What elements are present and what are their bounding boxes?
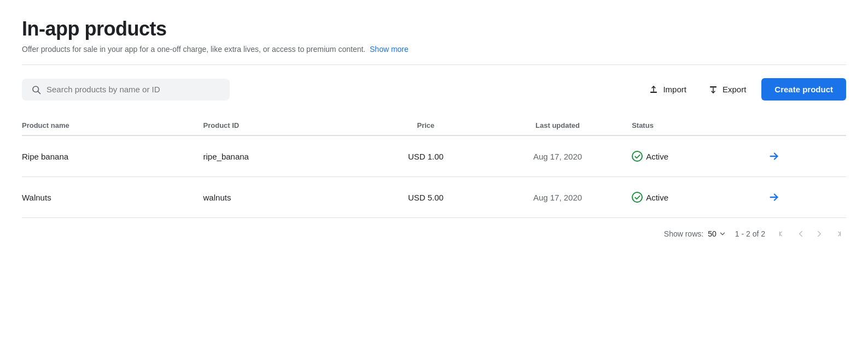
col-header-status: Status — [632, 116, 764, 135]
cell-product-id: walnuts — [203, 177, 368, 218]
show-rows-label: Show rows: — [664, 229, 703, 238]
status-badge: Active — [632, 192, 668, 203]
last-page-icon — [833, 229, 843, 239]
col-header-id: Product ID — [203, 116, 368, 135]
row-navigate-button[interactable] — [764, 189, 784, 205]
page-title: In-app products — [22, 17, 846, 40]
next-page-button[interactable] — [811, 227, 828, 241]
checkmark-icon — [634, 194, 641, 201]
checkmark-icon — [634, 153, 641, 160]
import-icon — [649, 85, 659, 95]
cell-product-name: Walnuts — [22, 177, 203, 218]
col-header-price: Price — [368, 116, 483, 135]
cell-action — [764, 177, 846, 218]
search-input[interactable] — [46, 85, 220, 94]
active-status-icon — [632, 192, 643, 203]
import-label: Import — [663, 85, 686, 94]
show-rows-control: Show rows: 50 — [664, 229, 726, 238]
create-product-button[interactable]: Create product — [761, 78, 846, 101]
table-header: Product name Product ID Price Last updat… — [22, 116, 846, 135]
cell-price: USD 1.00 — [368, 135, 483, 177]
subtitle-text: Offer products for sale in your app for … — [22, 45, 365, 54]
import-button[interactable]: Import — [642, 80, 693, 99]
export-label: Export — [723, 85, 746, 94]
header-row: Product name Product ID Price Last updat… — [22, 116, 846, 135]
cell-last-updated: Aug 17, 2020 — [483, 177, 632, 218]
col-header-updated: Last updated — [483, 116, 632, 135]
cell-price: USD 5.00 — [368, 177, 483, 218]
cell-product-id: ripe_banana — [203, 135, 368, 177]
first-page-icon — [777, 229, 787, 239]
search-box[interactable] — [22, 79, 230, 101]
prev-page-button[interactable] — [793, 227, 809, 241]
toolbar: Import Export Create product — [22, 78, 846, 101]
cell-product-name: Ripe banana — [22, 135, 203, 177]
chevron-down-icon — [719, 230, 726, 238]
table-footer: Show rows: 50 1 - 2 of 2 — [22, 218, 846, 245]
active-status-icon — [632, 151, 643, 162]
status-badge: Active — [632, 151, 668, 162]
cell-last-updated: Aug 17, 2020 — [483, 135, 632, 177]
page-subtitle: Offer products for sale in your app for … — [22, 45, 846, 54]
rows-per-page-select[interactable]: 50 — [708, 229, 726, 238]
cell-status: Active — [632, 177, 764, 218]
pagination-controls — [774, 227, 846, 241]
table-row[interactable]: WalnutswalnutsUSD 5.00Aug 17, 2020 Activ… — [22, 177, 846, 218]
table-body: Ripe bananaripe_bananaUSD 1.00Aug 17, 20… — [22, 135, 846, 218]
page-container: In-app products Offer products for sale … — [0, 0, 868, 258]
export-button[interactable]: Export — [702, 80, 753, 99]
section-divider — [22, 64, 846, 65]
row-navigate-button[interactable] — [764, 148, 784, 164]
cell-status: Active — [632, 135, 764, 177]
products-table: Product name Product ID Price Last updat… — [22, 116, 846, 218]
svg-rect-5 — [710, 86, 716, 87]
next-page-icon — [814, 229, 824, 239]
svg-line-1 — [38, 91, 40, 93]
col-header-name: Product name — [22, 116, 203, 135]
first-page-button[interactable] — [774, 227, 790, 241]
export-icon — [708, 85, 718, 95]
cell-action — [764, 135, 846, 177]
svg-rect-3 — [650, 91, 657, 92]
arrow-right-icon — [768, 150, 780, 162]
page-info: 1 - 2 of 2 — [735, 229, 765, 238]
last-page-button[interactable] — [830, 227, 846, 241]
rows-per-page-value: 50 — [708, 229, 716, 238]
col-header-action — [764, 116, 846, 135]
status-text: Active — [646, 152, 668, 161]
show-more-link[interactable]: Show more — [370, 45, 409, 54]
status-text: Active — [646, 193, 668, 202]
prev-page-icon — [796, 229, 806, 239]
table-row[interactable]: Ripe bananaripe_bananaUSD 1.00Aug 17, 20… — [22, 135, 846, 177]
search-icon — [31, 85, 41, 95]
arrow-right-icon — [768, 191, 780, 203]
